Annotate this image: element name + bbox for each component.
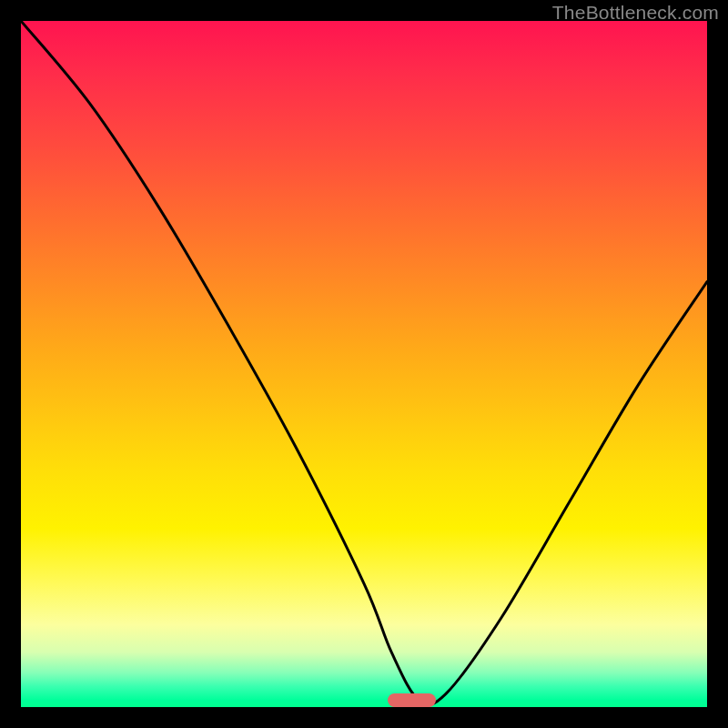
bottleneck-curve	[21, 21, 707, 707]
optimal-marker	[388, 693, 436, 707]
watermark-label: TheBottleneck.com	[552, 2, 719, 24]
plot-area	[21, 21, 707, 707]
chart-container: TheBottleneck.com	[0, 0, 728, 728]
